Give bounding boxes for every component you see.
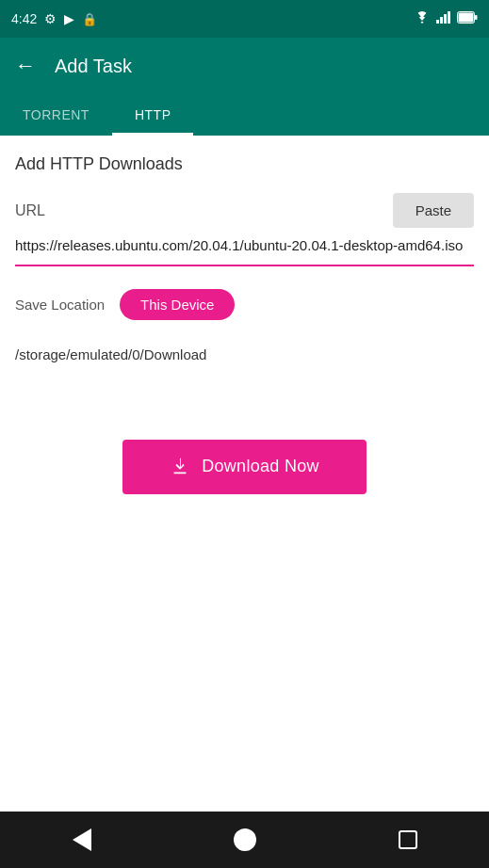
status-bar: 4:42 ⚙ ▶ 🔒 bbox=[0, 0, 489, 38]
nav-home-button[interactable] bbox=[226, 821, 264, 859]
status-bar-left: 4:42 ⚙ ▶ 🔒 bbox=[11, 11, 97, 26]
save-location-label: Save Location bbox=[15, 297, 105, 313]
time-display: 4:42 bbox=[11, 11, 37, 26]
tab-http[interactable]: HTTP bbox=[112, 94, 194, 136]
url-underline bbox=[15, 265, 474, 266]
paste-button[interactable]: Paste bbox=[393, 193, 474, 228]
settings-icon: ⚙ bbox=[44, 11, 57, 26]
status-bar-right bbox=[414, 10, 478, 27]
url-input-wrapper: https://releases.ubuntu.com/20.04.1/ubun… bbox=[15, 235, 474, 266]
svg-rect-5 bbox=[475, 15, 478, 20]
svg-rect-1 bbox=[440, 17, 443, 24]
svg-rect-0 bbox=[436, 20, 439, 24]
svg-rect-6 bbox=[459, 13, 474, 23]
url-row: URL Paste bbox=[15, 193, 474, 228]
battery-icon bbox=[457, 10, 478, 27]
nav-home-icon bbox=[234, 828, 256, 851]
save-path: /storage/emulated/0/Download bbox=[15, 335, 474, 374]
wifi-icon bbox=[414, 10, 431, 27]
app-bar: ← Add Task bbox=[0, 38, 489, 94]
signal-icon bbox=[436, 10, 451, 27]
nav-recents-button[interactable] bbox=[389, 821, 427, 859]
tab-torrent[interactable]: TORRENT bbox=[0, 94, 112, 136]
download-section: Download Now bbox=[15, 440, 474, 494]
page-title: Add Task bbox=[55, 56, 132, 77]
nav-back-icon bbox=[73, 828, 91, 851]
media-icon: ▶ bbox=[64, 11, 74, 26]
back-button[interactable]: ← bbox=[15, 54, 36, 78]
url-input[interactable]: https://releases.ubuntu.com/20.04.1/ubun… bbox=[15, 235, 474, 263]
section-title: Add HTTP Downloads bbox=[15, 154, 474, 174]
svg-rect-2 bbox=[444, 14, 447, 24]
main-content: Add HTTP Downloads URL Paste https://rel… bbox=[0, 136, 489, 812]
security-icon: 🔒 bbox=[82, 12, 97, 26]
download-now-button[interactable]: Download Now bbox=[122, 440, 367, 494]
nav-bar bbox=[0, 812, 489, 868]
nav-back-button[interactable] bbox=[63, 821, 101, 859]
svg-rect-3 bbox=[448, 11, 450, 24]
download-icon bbox=[170, 457, 190, 477]
save-location-row: Save Location This Device bbox=[15, 289, 474, 320]
this-device-button[interactable]: This Device bbox=[120, 289, 235, 320]
url-label: URL bbox=[15, 202, 45, 219]
nav-recents-icon bbox=[399, 830, 417, 849]
tabs-container: TORRENT HTTP bbox=[0, 94, 489, 136]
